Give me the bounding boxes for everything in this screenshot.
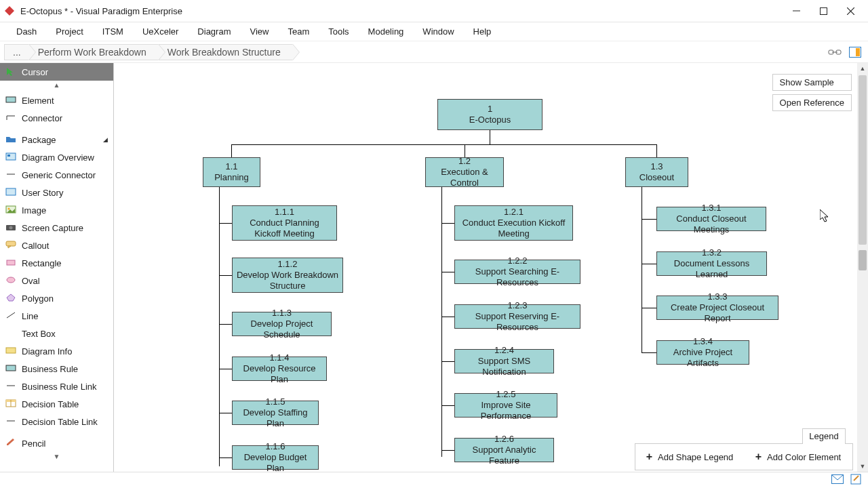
palette-polygon[interactable]: Polygon (0, 289, 113, 307)
line-icon (5, 382, 16, 391)
note-icon[interactable] (850, 474, 861, 487)
palette-diagram-overview[interactable]: Diagram Overview (0, 148, 113, 166)
connector (642, 352, 656, 353)
wbs-node-execution[interactable]: 1.2 Execution & Control (425, 157, 504, 187)
palette-down-arrow-icon[interactable]: ▼ (0, 452, 113, 463)
wbs-node-c21[interactable]: 1.2.1Conduct Execution Kickoff Meeting (454, 205, 573, 241)
scroll-thumb[interactable] (859, 75, 867, 245)
wbs-node-c22[interactable]: 1.2.2Support Searching E-Resources (454, 260, 580, 284)
wbs-node-c23[interactable]: 1.2.3Support Reserving E-Resources (454, 304, 580, 329)
scroll-up-icon[interactable]: ▲ (857, 63, 868, 74)
wbs-node-c13[interactable]: 1.1.3Develop Project Schedule (232, 312, 332, 336)
add-shape-legend-button[interactable]: +Add Shape Legend (635, 451, 744, 463)
connector (642, 219, 656, 220)
wbs-node-root[interactable]: 1 E-Octopus (437, 99, 542, 130)
svg-line-25 (7, 312, 15, 318)
palette-diagram-info[interactable]: Diagram Info (0, 342, 113, 360)
wbs-node-c34[interactable]: 1.3.4Archive Project Artifacts (656, 340, 749, 365)
svg-rect-11 (6, 97, 16, 102)
wbs-node-c14[interactable]: 1.1.4Develop Resource Plan (232, 357, 327, 381)
svg-point-19 (9, 226, 13, 230)
rule-icon (5, 364, 16, 373)
wbs-node-c32[interactable]: 1.3.2Document Lessons Learned (656, 251, 767, 276)
menu-team[interactable]: Team (278, 22, 319, 41)
palette-oval[interactable]: Oval (0, 272, 113, 289)
menu-dash[interactable]: Dash (7, 22, 46, 41)
open-reference-button[interactable]: Open Reference (772, 94, 852, 111)
menu-help[interactable]: Help (464, 22, 501, 41)
palette-business-rule-link[interactable]: Business Rule Link (0, 378, 113, 395)
wbs-node-planning[interactable]: 1.1 Planning (203, 157, 260, 187)
maximize-button[interactable] (810, 1, 837, 20)
palette-connector[interactable]: Connector (0, 109, 113, 127)
rectangle-icon (5, 258, 16, 268)
palette-image[interactable]: Image (0, 201, 113, 219)
diagram-canvas[interactable]: Show Sample Open Reference 1 E-Octopus 1… (114, 63, 868, 472)
palette-up-arrow-icon[interactable]: ▲ (0, 81, 113, 92)
menu-diagram[interactable]: Diagram (188, 22, 240, 41)
wbs-node-c12[interactable]: 1.1.2Develop Work Breakdown Structure (232, 258, 343, 293)
palette-business-rule[interactable]: Business Rule (0, 360, 113, 378)
connector (219, 458, 232, 458)
info-icon (5, 346, 16, 356)
menu-tools[interactable]: Tools (319, 22, 358, 41)
wbs-node-c24[interactable]: 1.2.4Support SMS Notification (454, 349, 554, 373)
palette-callout[interactable]: Callout (0, 237, 113, 254)
svg-line-36 (854, 476, 859, 481)
toolbar-panel-icon[interactable] (846, 45, 864, 60)
legend-tab[interactable]: Legend (802, 428, 846, 444)
menu-window[interactable]: Window (413, 22, 463, 41)
palette-user-story[interactable]: User Story (0, 184, 113, 201)
statusbar (0, 472, 868, 488)
image-icon (5, 205, 16, 215)
menubar: Dash Project ITSM UeXceler Diagram View … (0, 22, 868, 41)
palette-decision-table[interactable]: Decision Table (0, 395, 113, 413)
svg-point-23 (7, 277, 15, 283)
palette-screen-capture[interactable]: Screen Capture (0, 219, 113, 237)
palette-pencil[interactable]: Pencil (0, 434, 113, 452)
wbs-node-c15[interactable]: 1.1.5Develop Staffing Plan (232, 401, 319, 425)
vertical-scrollbar[interactable]: ▲ ▼ (857, 63, 868, 472)
wbs-node-c26[interactable]: 1.2.6Support Analytic Feature (454, 438, 554, 462)
svg-rect-22 (7, 260, 15, 265)
menu-view[interactable]: View (240, 22, 278, 41)
wbs-node-c33[interactable]: 1.3.3Create Project Closeout Report (656, 296, 778, 320)
palette-rectangle[interactable]: Rectangle (0, 254, 113, 272)
wbs-node-closeout[interactable]: 1.3 Closeout (625, 157, 688, 187)
minimize-button[interactable] (783, 1, 810, 20)
add-color-element-button[interactable]: +Add Color Element (744, 451, 852, 463)
connector (642, 308, 656, 308)
app-logo-icon (4, 5, 15, 16)
line-icon (5, 417, 16, 426)
menu-itsm[interactable]: ITSM (93, 22, 133, 41)
palette-decision-table-link[interactable]: Decision Table Link (0, 413, 113, 430)
close-button[interactable] (837, 1, 864, 20)
toolbar-link-icon[interactable] (826, 45, 844, 60)
wbs-node-c16[interactable]: 1.1.6Develop Budget Plan (232, 445, 319, 470)
svg-rect-9 (856, 48, 860, 56)
menu-uexceler[interactable]: UeXceler (133, 22, 188, 41)
palette-line[interactable]: Line (0, 307, 113, 325)
breadcrumb-root[interactable]: ... (4, 44, 29, 60)
wbs-node-c11[interactable]: 1.1.1Conduct Planning Kickoff Meeting (232, 205, 337, 241)
palette-generic-connector[interactable]: Generic Connector (0, 166, 113, 184)
svg-marker-21 (8, 246, 11, 248)
mail-icon[interactable] (831, 474, 844, 486)
palette-element[interactable]: Element (0, 92, 113, 109)
window-title: E-Octopus * - Visual Paradigm Enterprise (20, 6, 783, 16)
palette-text-box[interactable]: Text Box (0, 325, 113, 342)
wbs-node-c25[interactable]: 1.2.5Improve Site Performance (454, 393, 557, 418)
show-sample-button[interactable]: Show Sample (772, 74, 852, 91)
svg-rect-13 (7, 155, 10, 157)
connector (219, 275, 232, 276)
scroll-down-icon[interactable]: ▼ (857, 461, 868, 472)
breadcrumb-level2[interactable]: Work Breakdown Structure (159, 44, 293, 60)
breadcrumb-level1[interactable]: Perform Work Breakdown (29, 44, 159, 60)
menu-modeling[interactable]: Modeling (359, 22, 414, 41)
palette-cursor[interactable]: Cursor (0, 63, 113, 81)
scroll-thumb-secondary[interactable] (859, 250, 867, 270)
menu-project[interactable]: Project (46, 22, 92, 41)
palette-package[interactable]: Package◢ (0, 131, 113, 148)
line-icon (5, 170, 16, 180)
wbs-node-c31[interactable]: 1.3.1Conduct Closeout Meetings (656, 207, 766, 231)
